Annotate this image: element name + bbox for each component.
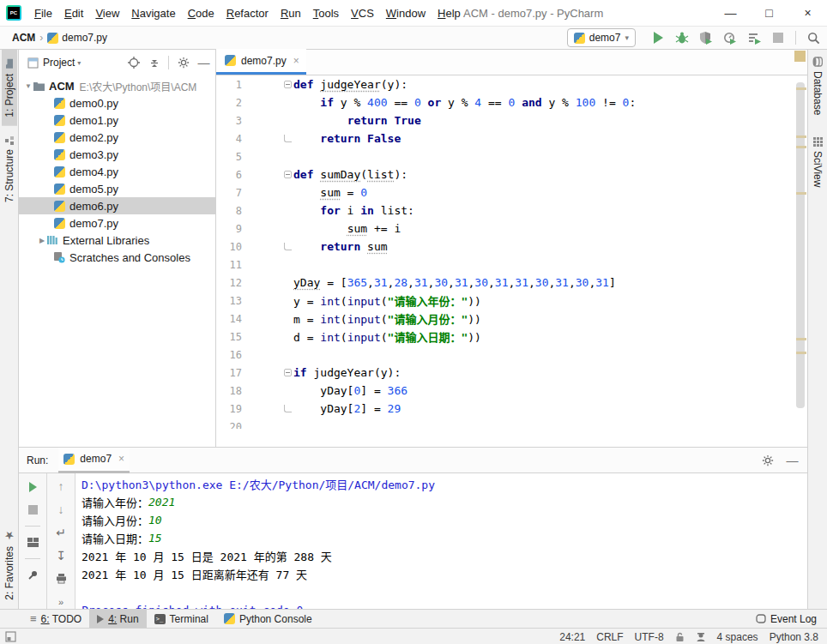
menu-code[interactable]: Code xyxy=(182,4,220,22)
warning-stripe-mark[interactable] xyxy=(796,338,806,340)
line-number[interactable]: 20 xyxy=(216,421,242,430)
line-number[interactable]: 14 xyxy=(216,313,242,325)
toolwindow-tab-todo[interactable]: ≡ 6: TODO xyxy=(22,610,89,628)
editor-tab-demo7[interactable]: demo7.py × xyxy=(216,49,306,75)
line-number[interactable]: 7 xyxy=(216,187,242,199)
lock-icon[interactable] xyxy=(675,632,685,642)
tree-row-file[interactable]: demo0.py xyxy=(19,94,215,111)
run-console-output[interactable]: D:\python3\python.exe E:/农大/Python/项目/AC… xyxy=(75,473,807,609)
warning-stripe-mark[interactable] xyxy=(796,87,806,90)
line-number[interactable]: 5 xyxy=(216,151,242,163)
tree-row-external-libraries[interactable]: ▶External Libraries xyxy=(19,232,215,249)
close-tab-icon[interactable]: × xyxy=(118,453,124,465)
line-number[interactable]: 16 xyxy=(216,349,242,361)
rerun-button[interactable] xyxy=(26,479,40,494)
expand-arrow-icon[interactable]: ▶ xyxy=(38,237,46,244)
toolwindow-tab-run[interactable]: 4: Run xyxy=(89,610,146,628)
project-panel-title[interactable]: Project xyxy=(43,57,75,69)
down-stack-trace-icon[interactable]: ↓ xyxy=(54,503,69,517)
fold-end-marker-icon[interactable] xyxy=(284,135,292,142)
fold-marker-icon[interactable] xyxy=(284,369,292,376)
line-number[interactable]: 10 xyxy=(216,241,242,253)
print-icon[interactable] xyxy=(54,571,69,586)
hide-panel-icon[interactable]: — xyxy=(197,57,210,69)
menu-tools[interactable]: Tools xyxy=(307,4,345,22)
hide-panel-icon[interactable]: — xyxy=(786,454,799,466)
tree-row-scratches[interactable]: Scratches and Consoles xyxy=(19,249,215,266)
gear-icon[interactable] xyxy=(761,454,774,466)
gear-icon[interactable] xyxy=(177,57,190,69)
run-tab-demo7[interactable]: demo7 × xyxy=(58,448,130,473)
line-number[interactable]: 18 xyxy=(216,385,242,397)
menu-navigate[interactable]: Navigate xyxy=(125,4,181,22)
line-ending-indicator[interactable]: CRLF xyxy=(596,631,623,643)
fold-marker-icon[interactable] xyxy=(284,81,292,88)
caret-position[interactable]: 24:21 xyxy=(559,631,585,643)
menu-window[interactable]: Window xyxy=(380,4,432,22)
stripe-tab-project[interactable]: 1: Project xyxy=(2,50,17,126)
run-button[interactable] xyxy=(651,31,665,45)
inspection-status-indicator[interactable] xyxy=(794,51,806,62)
editor-scrollbar[interactable] xyxy=(796,82,805,408)
line-number[interactable]: 4 xyxy=(216,133,242,145)
expand-arrow-icon[interactable]: ▼ xyxy=(24,82,33,90)
close-tab-icon[interactable]: × xyxy=(293,55,299,67)
stop-process-button[interactable] xyxy=(26,503,40,517)
up-stack-trace-icon[interactable]: ↑ xyxy=(54,479,69,494)
run-configuration-select[interactable]: demo7 ▾ xyxy=(567,28,636,47)
line-number[interactable]: 6 xyxy=(216,169,242,181)
menu-refactor[interactable]: Refactor xyxy=(220,4,275,22)
maximize-button[interactable]: □ xyxy=(750,0,788,27)
collapse-all-icon[interactable] xyxy=(148,57,160,69)
warning-stripe-mark[interactable] xyxy=(796,146,806,148)
line-number[interactable]: 3 xyxy=(216,115,242,127)
profiler-button[interactable] xyxy=(723,31,737,45)
tree-row-file[interactable]: demo4.py xyxy=(19,163,215,180)
toolwindow-tab-terminal[interactable]: >_ Terminal xyxy=(147,610,216,628)
breadcrumb-file[interactable]: demo7.py xyxy=(62,32,107,44)
menu-file[interactable]: File xyxy=(28,4,58,22)
pin-tab-icon[interactable] xyxy=(26,568,40,582)
restore-layout-icon[interactable] xyxy=(26,535,40,550)
line-number[interactable]: 9 xyxy=(216,223,242,235)
encoding-indicator[interactable]: UTF-8 xyxy=(635,631,664,643)
code-editor[interactable]: 1def judgeYear(y):2 if y % 400 == 0 or y… xyxy=(216,75,807,429)
menu-run[interactable]: Run xyxy=(275,4,307,22)
line-number[interactable]: 8 xyxy=(216,205,242,217)
tree-row-file[interactable]: demo1.py xyxy=(19,111,215,129)
line-number[interactable]: 12 xyxy=(216,277,242,289)
stripe-tab-database[interactable]: Database xyxy=(812,57,824,115)
line-number[interactable]: 17 xyxy=(216,367,242,379)
line-number[interactable]: 13 xyxy=(216,295,242,307)
line-number[interactable]: 15 xyxy=(216,331,242,343)
fold-end-marker-icon[interactable] xyxy=(284,243,292,250)
warning-stripe-mark[interactable] xyxy=(796,192,806,195)
tree-row-file[interactable]: demo6.py xyxy=(19,197,215,214)
line-number[interactable]: 2 xyxy=(216,97,242,109)
line-number[interactable]: 1 xyxy=(216,79,242,91)
fold-end-marker-icon[interactable] xyxy=(284,405,292,412)
warning-stripe-mark[interactable] xyxy=(796,135,806,138)
search-everywhere-icon[interactable] xyxy=(806,31,820,45)
tree-row-file[interactable]: demo2.py xyxy=(19,129,215,146)
menu-help[interactable]: Help xyxy=(432,4,467,22)
close-button[interactable]: × xyxy=(788,0,827,27)
run-with-coverage-button[interactable] xyxy=(699,31,713,45)
toolwindow-tab-python-console[interactable]: Python Console xyxy=(216,610,320,628)
more-options-icon[interactable]: » xyxy=(54,594,69,609)
scroll-to-end-icon[interactable]: ↧ xyxy=(54,548,69,563)
minimize-button[interactable]: — xyxy=(711,0,750,27)
stripe-tab-structure[interactable]: 7: Structure xyxy=(2,126,17,211)
interpreter-indicator[interactable]: Python 3.8 xyxy=(770,631,818,643)
stop-button[interactable] xyxy=(771,31,785,45)
run-configurations-button[interactable] xyxy=(747,31,761,45)
tree-row-file[interactable]: demo3.py xyxy=(19,146,215,163)
event-log-button[interactable]: Event Log xyxy=(756,613,827,625)
menu-edit[interactable]: Edit xyxy=(58,4,89,22)
locate-file-icon[interactable] xyxy=(127,57,140,69)
menu-view[interactable]: View xyxy=(89,4,125,22)
tree-row-file[interactable]: demo5.py xyxy=(19,180,215,197)
toggle-toolwindows-icon[interactable] xyxy=(5,631,16,642)
stripe-tab-sciview[interactable]: SciView xyxy=(812,137,824,187)
tree-row-file[interactable]: demo7.py xyxy=(19,214,215,232)
